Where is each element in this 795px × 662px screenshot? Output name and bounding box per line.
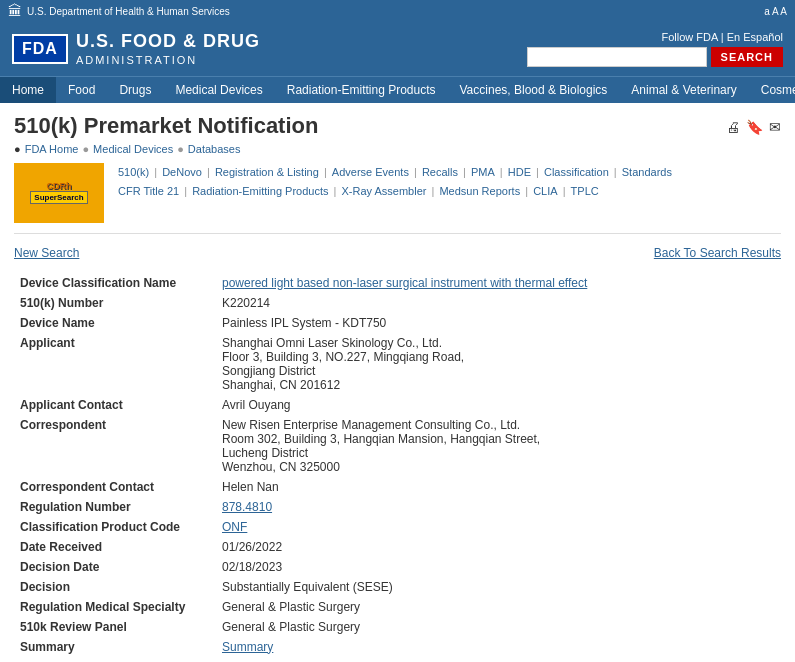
table-row: Device Classification Name powered light… bbox=[16, 274, 779, 292]
table-row: Device Name Painless IPL System - KDT750 bbox=[16, 314, 779, 332]
link-adverse-events[interactable]: Adverse Events bbox=[332, 166, 409, 178]
breadcrumb-medical-devices[interactable]: Medical Devices bbox=[93, 143, 173, 155]
agency-info: 🏛 U.S. Department of Health & Human Serv… bbox=[8, 3, 230, 19]
nav-food[interactable]: Food bbox=[56, 77, 107, 103]
search-input[interactable] bbox=[527, 47, 707, 67]
field-label: 510k Review Panel bbox=[16, 618, 216, 636]
agency-name: U.S. Department of Health & Human Servic… bbox=[27, 6, 230, 17]
table-row: Correspondent Contact Helen Nan bbox=[16, 478, 779, 496]
field-value: Shanghai Omni Laser Skinology Co., Ltd. … bbox=[218, 334, 779, 394]
link-xray[interactable]: X-Ray Assembler bbox=[341, 185, 426, 197]
fda-badge: FDA bbox=[12, 34, 68, 64]
tool-links: 510(k) | DeNovo | Registration & Listing… bbox=[116, 163, 674, 203]
nav-drugs[interactable]: Drugs bbox=[107, 77, 163, 103]
search-navigation: New Search Back To Search Results bbox=[14, 246, 781, 260]
table-row: Decision Date 02/18/2023 bbox=[16, 558, 779, 576]
tool-links-row2: CFR Title 21 | Radiation-Emitting Produc… bbox=[116, 182, 674, 202]
field-value: General & Plastic Surgery bbox=[218, 618, 779, 636]
email-icon[interactable]: ✉ bbox=[769, 119, 781, 135]
link-clia[interactable]: CLIA bbox=[533, 185, 557, 197]
field-label: Applicant bbox=[16, 334, 216, 394]
font-controls[interactable]: a A A bbox=[764, 6, 787, 17]
link-radiation[interactable]: Radiation-Emitting Products bbox=[192, 185, 328, 197]
top-bar: 🏛 U.S. Department of Health & Human Serv… bbox=[0, 0, 795, 22]
breadcrumb-databases[interactable]: Databases bbox=[188, 143, 241, 155]
link-classification[interactable]: Classification bbox=[544, 166, 609, 178]
table-row: Date Received 01/26/2022 bbox=[16, 538, 779, 556]
fda-title-sub: ADMINISTRATION bbox=[76, 53, 260, 67]
new-search-link[interactable]: New Search bbox=[14, 246, 79, 260]
fda-title: U.S. FOOD & DRUG ADMINISTRATION bbox=[76, 30, 260, 68]
field-value: Traditional bbox=[218, 658, 779, 662]
link-510k[interactable]: 510(k) bbox=[118, 166, 149, 178]
product-code-link[interactable]: ONF bbox=[222, 520, 247, 534]
field-value: powered light based non-laser surgical i… bbox=[218, 274, 779, 292]
table-row: Classification Product Code ONF bbox=[16, 518, 779, 536]
field-label: Device Classification Name bbox=[16, 274, 216, 292]
field-value: 01/26/2022 bbox=[218, 538, 779, 556]
table-row: Applicant Shanghai Omni Laser Skinology … bbox=[16, 334, 779, 394]
nav-cosmetics[interactable]: Cosmetics bbox=[749, 77, 795, 103]
table-row: Type Traditional bbox=[16, 658, 779, 662]
field-label: Correspondent bbox=[16, 416, 216, 476]
field-label: Regulation Number bbox=[16, 498, 216, 516]
breadcrumb-fda-home[interactable]: FDA Home bbox=[25, 143, 79, 155]
field-label: Device Name bbox=[16, 314, 216, 332]
regulation-number-link[interactable]: 878.4810 bbox=[222, 500, 272, 514]
field-label: Regulation Medical Specialty bbox=[16, 598, 216, 616]
page-content: 510(k) Premarket Notification ● FDA Home… bbox=[0, 103, 795, 662]
field-value: Painless IPL System - KDT750 bbox=[218, 314, 779, 332]
tool-links-row1: 510(k) | DeNovo | Registration & Listing… bbox=[116, 163, 674, 183]
link-denovo[interactable]: DeNovo bbox=[162, 166, 202, 178]
link-pma[interactable]: PMA bbox=[471, 166, 495, 178]
main-nav: Home Food Drugs Medical Devices Radiatio… bbox=[0, 76, 795, 103]
breadcrumb-icon: ● bbox=[14, 143, 21, 155]
link-recalls[interactable]: Recalls bbox=[422, 166, 458, 178]
field-label: Summary bbox=[16, 638, 216, 656]
field-label: Applicant Contact bbox=[16, 396, 216, 414]
field-label: Date Received bbox=[16, 538, 216, 556]
summary-link[interactable]: Summary bbox=[222, 640, 273, 654]
link-hde[interactable]: HDE bbox=[508, 166, 531, 178]
print-icon[interactable]: 🖨 bbox=[726, 119, 740, 135]
link-standards[interactable]: Standards bbox=[622, 166, 672, 178]
nav-vaccines[interactable]: Vaccines, Blood & Biologics bbox=[448, 77, 620, 103]
table-row: Applicant Contact Avril Ouyang bbox=[16, 396, 779, 414]
nav-home[interactable]: Home bbox=[0, 77, 56, 103]
follow-fda-link[interactable]: Follow FDA bbox=[662, 31, 718, 43]
field-label: Decision Date bbox=[16, 558, 216, 576]
nav-medical-devices[interactable]: Medical Devices bbox=[163, 77, 274, 103]
search-button[interactable]: SEARCH bbox=[711, 47, 783, 67]
field-label: Type bbox=[16, 658, 216, 662]
en-espanol-link[interactable]: En Español bbox=[727, 31, 783, 43]
field-value: General & Plastic Surgery bbox=[218, 598, 779, 616]
table-row: Regulation Number 878.4810 bbox=[16, 498, 779, 516]
link-medsun[interactable]: Medsun Reports bbox=[439, 185, 520, 197]
link-cfr21[interactable]: CFR Title 21 bbox=[118, 185, 179, 197]
link-tplc[interactable]: TPLC bbox=[571, 185, 599, 197]
field-label: Classification Product Code bbox=[16, 518, 216, 536]
field-value: New Risen Enterprise Management Consulti… bbox=[218, 416, 779, 476]
header-right: Follow FDA | En Español SEARCH bbox=[527, 31, 783, 67]
header: FDA U.S. FOOD & DRUG ADMINISTRATION Foll… bbox=[0, 22, 795, 76]
field-label: Decision bbox=[16, 578, 216, 596]
page-title: 510(k) Premarket Notification bbox=[14, 113, 318, 139]
bookmark-icon[interactable]: 🔖 bbox=[746, 119, 763, 135]
field-value: ONF bbox=[218, 518, 779, 536]
field-label: Correspondent Contact bbox=[16, 478, 216, 496]
back-to-results-link[interactable]: Back To Search Results bbox=[654, 246, 781, 260]
cdr-logo: CDRh SuperSearch bbox=[14, 163, 104, 223]
field-value: Summary bbox=[218, 638, 779, 656]
device-classification-link[interactable]: powered light based non-laser surgical i… bbox=[222, 276, 587, 290]
field-value: K220214 bbox=[218, 294, 779, 312]
breadcrumb: ● FDA Home ● Medical Devices ● Databases bbox=[14, 143, 318, 155]
search-bar: SEARCH bbox=[527, 47, 783, 67]
nav-animal[interactable]: Animal & Veterinary bbox=[619, 77, 748, 103]
field-value: 878.4810 bbox=[218, 498, 779, 516]
header-links: Follow FDA | En Español bbox=[662, 31, 784, 43]
link-reg-listing[interactable]: Registration & Listing bbox=[215, 166, 319, 178]
nav-radiation[interactable]: Radiation-Emitting Products bbox=[275, 77, 448, 103]
fda-logo: FDA U.S. FOOD & DRUG ADMINISTRATION bbox=[12, 30, 260, 68]
field-value: Helen Nan bbox=[218, 478, 779, 496]
hhs-icon: 🏛 bbox=[8, 3, 22, 19]
